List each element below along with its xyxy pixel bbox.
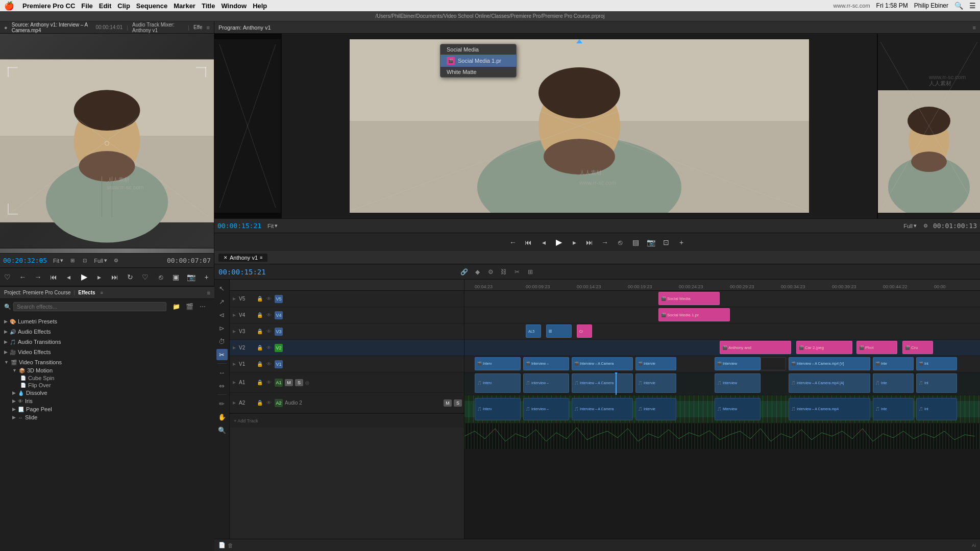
source-tab-mixer[interactable]: Audio Track Mixer: Anthony v1 [132,22,184,33]
effects-menu-btn[interactable]: ⋯ [197,301,208,312]
v5-lock[interactable]: 🔒 [256,295,263,303]
menu-title[interactable]: Title [202,2,215,10]
timeline-timecode[interactable]: 00:00:15:21 [218,268,266,276]
clip-v1-interv-6[interactable] [761,357,786,370]
tl-marker-btn[interactable]: ◆ [472,266,483,278]
clip-v3-2[interactable]: ▥ [546,324,572,338]
a2-eye[interactable]: 👁 [265,399,273,407]
v3-expand[interactable]: ▶ [232,329,237,334]
menu-edit[interactable]: Edit [99,2,112,10]
tool-slide[interactable]: ⇔ [216,380,228,391]
a2-lock[interactable]: 🔒 [256,399,263,407]
source-camera-btn[interactable]: 📷 [185,271,198,283]
clip-v1-interv-5[interactable]: 🎬 Interview [715,357,761,370]
v5-enabled[interactable]: V5 [275,295,283,303]
source-loop-btn[interactable]: ↻ [124,271,136,283]
add-track-btn[interactable]: + Add Track [234,418,258,423]
clip-anthony-and[interactable]: 🎬Anthony and [720,341,791,354]
tool-track-select[interactable]: ↗ [216,296,228,307]
category-lumetri-header[interactable]: ▶ 🎨 Lumetri Presets [4,317,210,325]
v2-eye[interactable]: 👁 [265,344,273,352]
clip-a2-6[interactable]: 🎵 Interview – A Camera.mp4 [789,398,870,420]
source-timecode[interactable]: 00:20:32:05 [3,257,49,264]
a1-enabled[interactable]: A1 [275,379,283,387]
source-fit-dropdown[interactable]: Fit ▾ [51,257,65,264]
clip-car-2[interactable]: 🎬Car 2.jpeg [796,341,852,354]
a1-solo[interactable]: S [295,379,303,386]
source-settings-btn[interactable]: ⚙ [111,256,121,266]
v5-expand[interactable]: ▶ [232,296,237,302]
clip-a1-interv-5[interactable]: 🎵 Interview [715,373,761,393]
clip-v1-interv-3[interactable]: 🎬 Interview – A Camera [572,357,633,370]
source-insert-btn[interactable]: ⎋ [155,271,167,283]
apple-menu[interactable]: 🍎 [4,1,14,11]
menu-clip[interactable]: Clip [117,2,130,10]
timeline-tab-anthony[interactable]: ✕ Anthony v1 ≡ [218,254,267,262]
source-step-fwd[interactable]: ▸ [93,271,106,283]
tool-zoom[interactable]: 🔍 [216,424,228,436]
clip-v1-interv-1[interactable]: 🎬 Interv [475,357,521,370]
v1-enabled[interactable]: V1 [275,360,283,368]
source-close[interactable]: ● [4,24,8,31]
tl-track-select[interactable]: ⊞ [525,266,536,278]
source-full-dropdown[interactable]: Full ▾ [92,257,109,264]
clip-a2-7[interactable]: 🎵 Inte [873,398,914,420]
subcategory-iris[interactable]: ▶ 👁 Iris [12,397,210,405]
tl-link-btn[interactable]: ⛓ [498,266,509,278]
category-audio-effects-header[interactable]: ▶ 🔊 Audio Effects [4,328,210,336]
program-next-edit[interactable]: ⏭ [583,236,596,248]
menu-window[interactable]: Window [221,2,247,10]
effect-cube-spin[interactable]: 📄 Cube Spin [20,374,210,382]
project-panel-menu[interactable]: ≡ [207,290,210,296]
v3-enabled[interactable]: V3 [275,328,283,336]
program-compare-btn[interactable]: ⊡ [660,236,672,248]
subcategory-3d-motion[interactable]: ▼ 📦 3D Motion [12,366,210,374]
a2-solo[interactable]: S [454,399,462,407]
v1-lock[interactable]: 🔒 [256,361,263,368]
source-mark-out[interactable]: ♡ [139,271,152,283]
clip-v3-3[interactable]: Cr [577,324,592,338]
clip-a1-interv-1[interactable]: 🎵 Interv [475,373,521,393]
app-name[interactable]: Premiere Pro CC [22,2,75,10]
clip-a1-interv-6[interactable]: 🎵 Interview – A Camera.mp4 [A] [789,373,870,393]
v4-expand[interactable]: ▶ [232,313,237,318]
source-next-edit[interactable]: ⏭ [109,271,121,283]
clip-a2-8[interactable]: 🎵 Int [916,398,957,420]
tool-ripple[interactable]: ⊲ [216,309,228,320]
source-go-out[interactable]: → [32,271,44,283]
source-frame-btn[interactable]: ⊞ [67,256,78,266]
source-panel-menu[interactable]: ≡ [207,24,210,31]
clip-a2-2[interactable]: 🎵 Interview – [523,398,569,420]
menu-help[interactable]: Help [253,2,267,10]
a1-mute[interactable]: M [285,379,293,386]
cm-white-matte[interactable]: White Matte [440,67,516,77]
program-prev-edit[interactable]: ⏮ [522,236,534,248]
tool-hand[interactable]: ✋ [216,411,228,422]
subcategory-dissolve[interactable]: ▶ 💧 Dissolve [12,389,210,397]
program-timecode[interactable]: 00:00:15:21 [217,222,263,230]
clip-a1-interv-2[interactable]: 🎵 Interview – [523,373,569,393]
source-add-btn[interactable]: + [201,271,213,283]
clip-a1-interv-3[interactable]: 🎵 Interview – A Camera [572,373,633,393]
source-mark-in[interactable]: ♡ [2,271,14,283]
category-video-effects-header[interactable]: ▶ 🎥 Video Effects [4,348,210,356]
v4-enabled[interactable]: V4 [275,311,283,319]
source-safe-btn[interactable]: ⊡ [80,256,90,266]
subcategory-slide[interactable]: ▶ ↔ Slide [12,413,210,421]
program-lift-btn[interactable]: ⎋ [614,236,626,248]
program-mark-out[interactable]: → [599,236,611,248]
v3-lock[interactable]: 🔒 [256,328,263,335]
clip-v1-interv-2[interactable]: 🎬 Interview – [523,357,569,370]
a2-enabled[interactable]: A2 [275,399,283,407]
category-audio-transitions-header[interactable]: ▶ 🎵 Audio Transitions [4,338,210,346]
tool-razor[interactable]: ✂ [216,349,228,360]
clip-a1-inte[interactable]: 🎵 Inte [873,373,914,393]
tl-scissors-btn[interactable]: ✂ [511,266,523,278]
clip-photo[interactable]: 🎬Phot [856,341,897,354]
source-prev-edit[interactable]: ⏮ [47,271,60,283]
effects-tab[interactable]: Effects [78,290,95,295]
menu-file[interactable]: File [81,2,92,10]
cm-social-media[interactable]: Social Media [440,44,516,55]
category-video-transitions-header[interactable]: ▼ 🎬 Video Transitions [4,358,210,366]
tool-rolling[interactable]: ⊳ [216,322,228,334]
